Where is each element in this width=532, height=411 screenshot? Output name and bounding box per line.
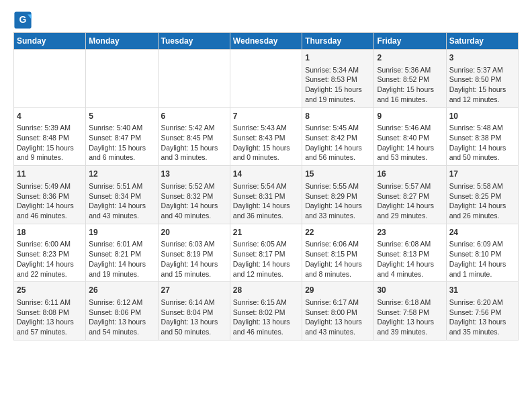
day-info: Sunrise: 5:57 AM [377,181,443,191]
day-info: Sunset: 8:42 PM [305,133,371,143]
calendar-cell: 17Sunrise: 5:58 AMSunset: 8:25 PMDayligh… [446,166,518,224]
day-info: and 15 minutes. [161,269,227,279]
day-info: and 43 minutes. [305,327,371,337]
day-info: Daylight: 13 hours [161,317,227,327]
calendar-cell: 1Sunrise: 5:34 AMSunset: 8:53 PMDaylight… [302,50,374,108]
day-info: Sunset: 7:56 PM [449,308,515,318]
day-info: Daylight: 15 hours [233,143,299,153]
calendar-cell: 31Sunrise: 6:20 AMSunset: 7:56 PMDayligh… [446,282,518,340]
day-header-saturday: Saturday [446,33,518,50]
day-info: Sunrise: 6:03 AM [161,239,227,249]
day-info: Sunset: 8:06 PM [89,308,154,318]
day-info: Sunrise: 5:40 AM [89,123,154,133]
day-number: 11 [17,169,83,180]
day-info: and 4 minutes. [377,269,443,279]
calendar-cell: 8Sunrise: 5:45 AMSunset: 8:42 PMDaylight… [302,107,374,166]
day-info: Daylight: 14 hours [89,201,154,211]
day-info: and 16 minutes. [377,95,443,105]
calendar-cell: 18Sunrise: 6:00 AMSunset: 8:23 PMDayligh… [14,224,86,282]
day-info: and 6 minutes. [89,152,154,163]
calendar-cell [86,50,158,108]
day-info: Daylight: 14 hours [161,259,227,269]
day-info: and 43 minutes. [89,211,154,221]
day-info: Sunset: 8:02 PM [233,308,299,318]
day-number: 13 [161,169,227,180]
day-info: Daylight: 14 hours [17,201,83,211]
day-info: and 3 minutes. [161,152,227,163]
day-header-wednesday: Wednesday [230,33,302,50]
day-info: Daylight: 14 hours [305,143,371,153]
calendar-table: SundayMondayTuesdayWednesdayThursdayFrid… [13,32,519,340]
day-number: 23 [377,227,443,238]
day-number: 27 [161,285,227,296]
day-info: Daylight: 14 hours [233,259,299,269]
day-info: Sunrise: 5:43 AM [233,123,299,133]
day-info: Sunset: 8:23 PM [17,249,83,259]
day-info: and 54 minutes. [89,327,154,337]
calendar-cell: 15Sunrise: 5:55 AMSunset: 8:29 PMDayligh… [302,166,374,224]
day-number: 5 [89,111,154,122]
day-header-friday: Friday [374,33,446,50]
day-number: 12 [89,169,154,180]
day-number: 4 [17,111,83,122]
day-info: Sunset: 8:21 PM [89,249,154,259]
day-info: Sunset: 8:10 PM [449,249,515,259]
day-info: Daylight: 15 hours [17,143,83,153]
day-info: Daylight: 14 hours [305,259,371,269]
day-info: Sunset: 8:43 PM [233,133,299,143]
day-info: Sunset: 8:52 PM [377,75,443,85]
day-info: Sunrise: 6:11 AM [17,298,83,308]
day-number: 30 [377,285,443,296]
day-info: and 33 minutes. [305,211,371,221]
week-row-2: 4Sunrise: 5:39 AMSunset: 8:48 PMDaylight… [14,107,519,166]
day-info: Sunset: 8:47 PM [89,133,154,143]
day-info: Daylight: 14 hours [377,259,443,269]
day-info: and 26 minutes. [449,211,515,221]
day-info: Sunset: 8:25 PM [449,191,515,201]
day-info: Sunset: 8:15 PM [305,249,371,259]
calendar-cell: 21Sunrise: 6:05 AMSunset: 8:17 PMDayligh… [230,224,302,282]
day-number: 18 [17,227,83,238]
day-info: Sunrise: 6:06 AM [305,239,371,249]
day-number: 1 [305,52,371,64]
calendar-cell: 3Sunrise: 5:37 AMSunset: 8:50 PMDaylight… [446,50,518,108]
day-info: Sunrise: 5:58 AM [449,181,515,191]
day-info: Sunset: 8:08 PM [17,308,83,318]
calendar-cell: 10Sunrise: 5:48 AMSunset: 8:38 PMDayligh… [446,107,518,166]
calendar-cell [14,50,86,108]
day-info: Sunrise: 6:09 AM [449,239,515,249]
day-info: and 19 minutes. [305,95,371,105]
day-info: Sunrise: 6:18 AM [377,298,443,308]
day-info: Sunset: 8:38 PM [449,133,515,143]
day-info: Daylight: 14 hours [449,259,515,269]
day-info: Sunrise: 6:15 AM [233,298,299,308]
day-info: Sunset: 8:53 PM [305,75,371,85]
day-info: Sunrise: 6:00 AM [17,239,83,249]
day-info: and 46 minutes. [17,211,83,221]
day-info: and 22 minutes. [17,269,83,279]
day-info: and 36 minutes. [233,211,299,221]
calendar-cell: 25Sunrise: 6:11 AMSunset: 8:08 PMDayligh… [14,282,86,340]
calendar-cell: 28Sunrise: 6:15 AMSunset: 8:02 PMDayligh… [230,282,302,340]
day-info: Sunrise: 6:05 AM [233,239,299,249]
day-info: Sunrise: 6:20 AM [449,298,515,308]
page-header: G [13,11,519,30]
logo-icon: G [13,11,32,30]
day-info: Sunrise: 5:42 AM [161,123,227,133]
calendar-cell: 6Sunrise: 5:42 AMSunset: 8:45 PMDaylight… [158,107,230,166]
day-info: Daylight: 13 hours [305,317,371,327]
calendar-cell: 29Sunrise: 6:17 AMSunset: 8:00 PMDayligh… [302,282,374,340]
day-number: 2 [377,52,443,64]
day-info: Daylight: 15 hours [377,85,443,95]
day-info: and 8 minutes. [305,269,371,279]
day-info: Daylight: 14 hours [449,143,515,153]
day-info: Daylight: 15 hours [305,85,371,95]
day-info: Sunset: 7:58 PM [377,308,443,318]
calendar-cell: 13Sunrise: 5:52 AMSunset: 8:32 PMDayligh… [158,166,230,224]
calendar-cell: 12Sunrise: 5:51 AMSunset: 8:34 PMDayligh… [86,166,158,224]
day-info: Sunset: 8:50 PM [449,75,515,85]
day-info: Sunrise: 5:34 AM [305,65,371,75]
week-row-4: 18Sunrise: 6:00 AMSunset: 8:23 PMDayligh… [14,224,519,282]
day-info: Sunrise: 5:49 AM [17,181,83,191]
calendar-cell: 11Sunrise: 5:49 AMSunset: 8:36 PMDayligh… [14,166,86,224]
